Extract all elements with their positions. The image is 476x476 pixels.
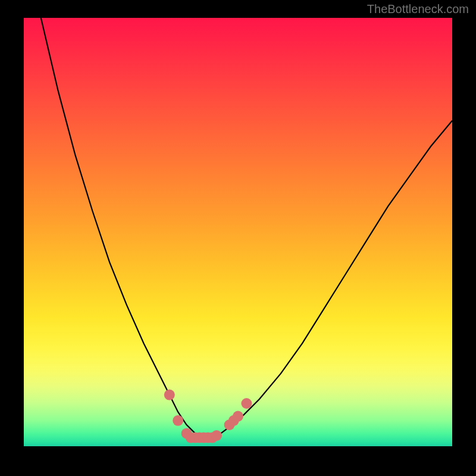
watermark-text: TheBottleneck.com xyxy=(367,2,469,16)
bottleneck-curve-line xyxy=(41,18,452,438)
data-markers xyxy=(164,390,252,443)
data-marker xyxy=(233,411,243,422)
data-marker xyxy=(241,398,252,409)
data-marker xyxy=(164,390,175,400)
chart-svg xyxy=(24,18,452,446)
chart-plot-area xyxy=(24,18,452,446)
data-marker xyxy=(173,415,183,426)
data-marker xyxy=(211,430,222,441)
